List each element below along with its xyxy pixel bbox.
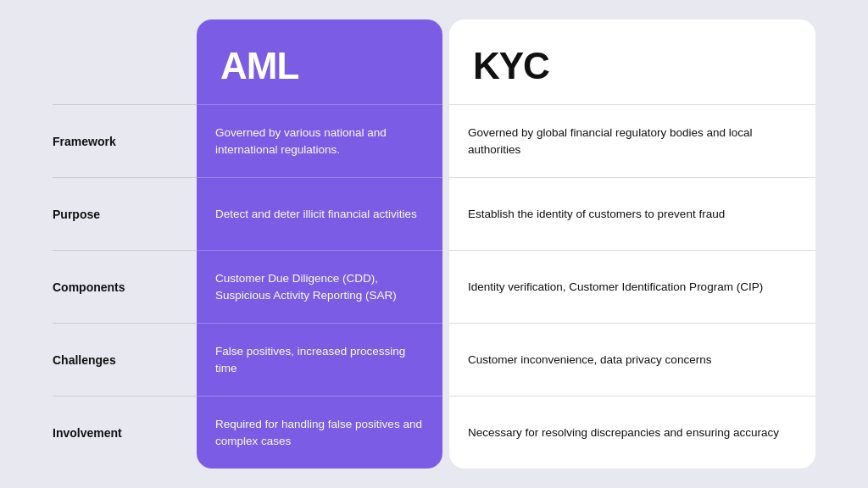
kyc-row-purpose: Establish the identity of customers to p… — [449, 177, 815, 250]
kyc-row-challenges: Customer inconvenience, data privacy con… — [449, 323, 815, 396]
aml-header: AML — [197, 19, 442, 104]
labels-column: Framework Purpose Components Challenges … — [53, 19, 197, 469]
aml-row-involvement: Required for handling false positives an… — [197, 396, 442, 469]
aml-row-components: Customer Due Diligence (CDD), Suspicious… — [197, 250, 442, 323]
label-involvement: Involvement — [53, 396, 197, 469]
comparison-table: Framework Purpose Components Challenges … — [53, 19, 815, 469]
label-purpose: Purpose — [53, 177, 197, 250]
aml-row-purpose: Detect and deter illicit financial activ… — [197, 177, 442, 250]
kyc-row-framework: Governed by global financial regulatory … — [449, 104, 815, 177]
kyc-header: KYC — [449, 19, 815, 104]
kyc-row-components: Identity verification, Customer Identifi… — [449, 250, 815, 323]
aml-column: AML Governed by various national and int… — [197, 19, 442, 469]
aml-row-challenges: False positives, increased processing ti… — [197, 323, 442, 396]
kyc-row-involvement: Necessary for resolving discrepancies an… — [449, 396, 815, 469]
label-components: Components — [53, 250, 197, 323]
label-challenges: Challenges — [53, 323, 197, 396]
label-framework: Framework — [53, 104, 197, 177]
aml-row-framework: Governed by various national and interna… — [197, 104, 442, 177]
kyc-column: KYC Governed by global financial regulat… — [449, 19, 815, 469]
table-wrapper: Framework Purpose Components Challenges … — [53, 19, 815, 469]
